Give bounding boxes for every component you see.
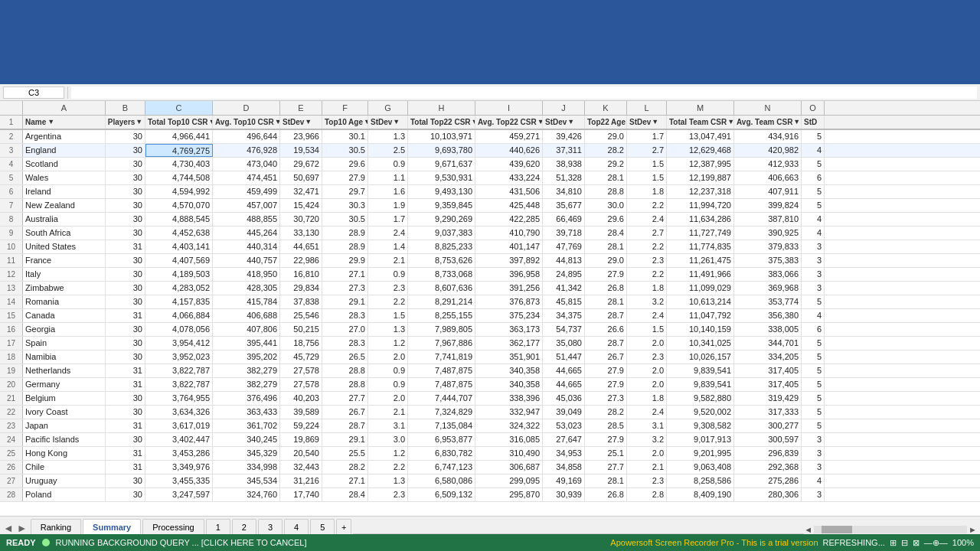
- cell[interactable]: 29.0: [585, 254, 627, 267]
- cell[interactable]: 29.9: [322, 254, 368, 267]
- cell[interactable]: 434,916: [734, 130, 802, 143]
- cell[interactable]: 30: [106, 433, 145, 446]
- sheet-tab-3[interactable]: 3: [258, 519, 283, 534]
- cell[interactable]: 1.8: [627, 185, 667, 198]
- table-row[interactable]: 23Japan313,617,019361,70259,22428.73.17,…: [0, 419, 980, 433]
- cell[interactable]: 5: [802, 158, 825, 171]
- cell[interactable]: 344,701: [734, 337, 802, 350]
- cell[interactable]: 8,291,214: [408, 295, 475, 308]
- cell[interactable]: 27.1: [322, 474, 368, 487]
- cell[interactable]: 2.3: [627, 254, 667, 267]
- cell[interactable]: 7,487,875: [408, 378, 475, 391]
- cell[interactable]: 6,747,123: [408, 461, 475, 474]
- cell[interactable]: 31: [106, 240, 145, 253]
- cell[interactable]: 19,534: [280, 144, 322, 157]
- cell[interactable]: 1.3: [368, 323, 408, 336]
- cell[interactable]: 9,530,931: [408, 171, 475, 184]
- cell[interactable]: 30: [106, 323, 145, 336]
- col-header-m[interactable]: M: [667, 101, 734, 115]
- cell[interactable]: 11,994,720: [667, 199, 734, 212]
- cell[interactable]: 30: [106, 295, 145, 308]
- cell[interactable]: 3: [802, 461, 825, 474]
- sheet-tab-add[interactable]: +: [336, 519, 351, 534]
- cell[interactable]: 5: [802, 199, 825, 212]
- table-row[interactable]: 3England304,769,275476,92819,53430.52.59…: [0, 144, 980, 158]
- cell[interactable]: 1.3: [368, 130, 408, 143]
- cell[interactable]: 363,433: [213, 406, 280, 419]
- cell[interactable]: 2.3: [368, 282, 408, 295]
- cell[interactable]: 412,933: [734, 158, 802, 171]
- cell[interactable]: 9,693,780: [408, 144, 475, 157]
- cell[interactable]: Namibia: [23, 350, 106, 364]
- scrollbar-thumb[interactable]: [822, 526, 852, 533]
- cell[interactable]: 399,824: [734, 199, 802, 212]
- cell[interactable]: Italy: [23, 268, 106, 281]
- cell[interactable]: 28.9: [322, 227, 368, 240]
- cell[interactable]: 1.8: [627, 282, 667, 295]
- cell[interactable]: 20,540: [280, 447, 322, 460]
- cell[interactable]: 27.7: [585, 461, 627, 474]
- scroll-tabs-left[interactable]: ◄: [3, 522, 14, 534]
- cell[interactable]: 2.2: [627, 240, 667, 253]
- cell[interactable]: 29,834: [280, 282, 322, 295]
- view-page-icon[interactable]: ⊠: [913, 538, 920, 548]
- cell[interactable]: Poland: [23, 488, 106, 501]
- cell[interactable]: 3,954,412: [145, 337, 213, 350]
- cell[interactable]: 317,405: [734, 364, 802, 377]
- cell[interactable]: 27.3: [585, 392, 627, 405]
- cell[interactable]: 28.4: [585, 227, 627, 240]
- cell[interactable]: 8,825,233: [408, 240, 475, 253]
- cell[interactable]: 39,049: [543, 406, 585, 419]
- table-row[interactable]: 27Uruguay303,455,335345,53431,21627.11.3…: [0, 474, 980, 488]
- cell[interactable]: 28.3: [322, 337, 368, 350]
- cell[interactable]: 4,452,638: [145, 227, 213, 240]
- cell[interactable]: 2.1: [368, 254, 408, 267]
- cell[interactable]: 4: [802, 474, 825, 487]
- cell[interactable]: 35,677: [543, 199, 585, 212]
- cell[interactable]: 31,216: [280, 474, 322, 487]
- cell[interactable]: 6,830,782: [408, 447, 475, 460]
- col-header-o[interactable]: O: [802, 101, 825, 115]
- cell[interactable]: 28.1: [585, 171, 627, 184]
- cell[interactable]: South Africa: [23, 227, 106, 240]
- cell[interactable]: 3.0: [368, 433, 408, 446]
- cell[interactable]: 49,169: [543, 474, 585, 487]
- name-box[interactable]: [3, 86, 64, 99]
- cell[interactable]: 30: [106, 392, 145, 405]
- cell[interactable]: 12,237,318: [667, 185, 734, 198]
- cell[interactable]: 4,189,503: [145, 268, 213, 281]
- cell[interactable]: 2.0: [627, 364, 667, 377]
- cell[interactable]: 324,322: [475, 419, 543, 432]
- cell[interactable]: 0.9: [368, 378, 408, 391]
- cell[interactable]: 29.6: [322, 158, 368, 171]
- cell[interactable]: 8,258,586: [667, 474, 734, 487]
- cell[interactable]: Japan: [23, 419, 106, 432]
- cell[interactable]: 27,647: [543, 433, 585, 446]
- cell[interactable]: 27.9: [585, 378, 627, 391]
- cell[interactable]: England: [23, 144, 106, 157]
- cell[interactable]: 59,224: [280, 419, 322, 432]
- cell[interactable]: 2.3: [627, 474, 667, 487]
- cell[interactable]: 44,813: [543, 254, 585, 267]
- cell[interactable]: 28.1: [585, 474, 627, 487]
- cell[interactable]: Germany: [23, 378, 106, 391]
- cell[interactable]: 8,255,155: [408, 309, 475, 322]
- cell[interactable]: 29.1: [322, 295, 368, 308]
- cell[interactable]: 476,928: [213, 144, 280, 157]
- cell[interactable]: Zimbabwe: [23, 282, 106, 295]
- horizontal-scrollbar[interactable]: [814, 526, 967, 533]
- cell[interactable]: 395,202: [213, 350, 280, 364]
- cell[interactable]: 6,509,132: [408, 488, 475, 501]
- cell[interactable]: 31: [106, 461, 145, 474]
- view-normal-icon[interactable]: ⊞: [890, 538, 897, 548]
- cell[interactable]: 30.1: [322, 130, 368, 143]
- table-row[interactable]: 22Ivory Coast303,634,326363,43339,58926.…: [0, 406, 980, 419]
- cell[interactable]: 4,888,545: [145, 213, 213, 226]
- cell[interactable]: 316,085: [475, 433, 543, 446]
- cell[interactable]: 1.1: [368, 171, 408, 184]
- cell[interactable]: 8,753,626: [408, 254, 475, 267]
- cell[interactable]: 34,858: [543, 461, 585, 474]
- table-row[interactable]: 20Germany313,822,787382,27927,57828.80.9…: [0, 378, 980, 392]
- cell[interactable]: 390,925: [734, 227, 802, 240]
- cell[interactable]: 9,290,269: [408, 213, 475, 226]
